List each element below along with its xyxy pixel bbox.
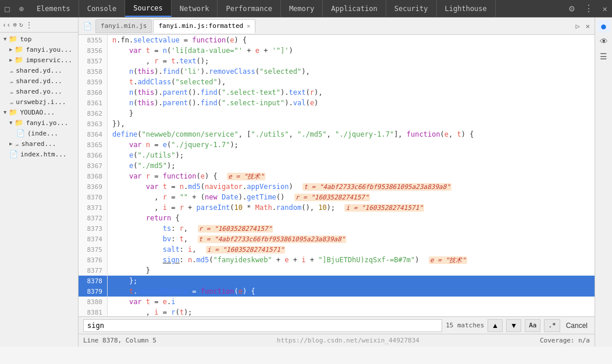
line-8363: 8363 }), — [79, 119, 595, 129]
sidebar-item-shared1[interactable]: ☁ shared.yd... — [0, 65, 78, 76]
chevron-left-icon[interactable]: ‹‹ — [2, 21, 10, 29]
settings-icon[interactable]: ⚙ — [564, 3, 579, 14]
file-tabs-bar: 📄 fanyi.min.js fanyi.min.js:formatted ✕ … — [79, 17, 595, 35]
more-icon[interactable]: ⋮ — [26, 21, 33, 29]
cursor-position: Line 8378, Column 5 — [83, 337, 156, 344]
watch-icon[interactable]: 👁 — [597, 35, 610, 48]
folder-arrow-shared: ▶ — [9, 141, 12, 147]
line-8362: 8362 } — [79, 108, 595, 119]
tab-performance[interactable]: Performance — [218, 0, 280, 17]
file-tab-fanyi-formatted[interactable]: fanyi.min.js:formatted ✕ — [153, 19, 255, 33]
line-8374: 8374 bv: t, t = "4abf2733c66fbf953861095… — [79, 234, 595, 244]
line-8357: 8357 , r = t.text(); — [79, 56, 595, 66]
folder-arrow-impservic: ▶ — [9, 57, 12, 63]
sidebar-label-top: top — [20, 35, 31, 43]
file-icon-urswebzj: ☁ — [9, 98, 13, 106]
sidebar-item-shared-folder[interactable]: ▶ ☁ shared... — [0, 138, 78, 149]
inspect-icon[interactable]: ⊕ — [14, 4, 28, 13]
line-8355: 8355 n.fn.selectvalue = function(e) { — [79, 35, 595, 45]
tab-network[interactable]: Network — [172, 0, 218, 17]
sidebar-item-fanyi[interactable]: ▶ 📁 fanyi.you... — [0, 44, 78, 55]
line-8366: 8366 e("./utils"); — [79, 150, 595, 160]
file-tree: ▼ 📁 top ▶ 📁 fanyi.you... ▶ 📁 impservic..… — [0, 33, 78, 160]
search-next-button[interactable]: ▼ — [506, 319, 521, 332]
sidebar-label-index: (inde... — [27, 130, 58, 137]
line-8380: 8380 var t = e.i — [79, 297, 595, 307]
coverage-status: Coverage: n/a — [540, 337, 590, 344]
sidebar-item-fanyi-yo[interactable]: ▼ 📁 fanyi.yo... — [0, 117, 78, 128]
close-tab-icon[interactable]: ✕ — [247, 23, 250, 29]
line-8376: 8376 sign: n.md5("fanyideskweb" + e + i … — [79, 255, 595, 265]
folder-arrow-top: ▼ — [3, 36, 6, 42]
main-layout: ‹‹ ⊕ ↻ ⋮ ▼ 📁 top ▶ 📁 fanyi.you... ▶ 📁 im… — [0, 17, 612, 347]
line-8373: 8373 ts: r, r = "1603528274157" — [79, 223, 595, 234]
sidebar-item-index[interactable]: 📄 (inde... — [0, 128, 78, 138]
line-8369: 8369 var t = n.md5(navigator.appVersion)… — [79, 181, 595, 192]
sidebar-label-youdao: YOUDAO... — [20, 109, 55, 116]
folder-icon-fanyi-yo: 📁 — [15, 119, 23, 127]
folder-icon-top: 📁 — [9, 35, 17, 43]
line-8381: 8381 , i = r(t); — [79, 307, 595, 316]
line-8361: 8361 n(this).parent().find(".select-inpu… — [79, 98, 595, 108]
sidebar-item-shared3[interactable]: ☁ shared.yo... — [0, 86, 78, 97]
line-8368: 8368 var r = function(e) { e = "技术" — [79, 171, 595, 181]
line-8356: 8356 var t = n('li[data-value="' + e + '… — [79, 45, 595, 56]
folder-icon-youdao: 📁 — [9, 108, 17, 116]
tab-memory[interactable]: Memory — [281, 0, 323, 17]
regex-toggle[interactable]: .* — [544, 319, 560, 332]
folder-arrow-youdao: ▼ — [3, 109, 6, 115]
sidebar-item-indexhtml[interactable]: 📄 index.htm... — [0, 149, 78, 159]
folder-icon-fanyi: 📁 — [15, 45, 23, 53]
sidebar-label-shared3: shared.yo... — [16, 88, 62, 95]
sidebar-item-urswebzj[interactable]: ☁ urswebzj.i... — [0, 97, 78, 107]
sidebar-label-shared-folder: shared... — [22, 140, 56, 148]
sources-panel-nav-icon[interactable]: ▷ — [574, 22, 582, 30]
tab-security[interactable]: Security — [386, 0, 437, 17]
file-icon-index: 📄 — [16, 129, 25, 137]
sidebar-label-shared1: shared.yd... — [16, 67, 62, 74]
sources-panel-close-icon[interactable]: ✕ — [583, 22, 592, 30]
search-prev-button[interactable]: ▲ — [488, 319, 503, 332]
tab-sources[interactable]: Sources — [125, 0, 172, 17]
sidebar-label-impservic: impservic... — [26, 56, 72, 64]
line-8371: 8371 , i = r + parseInt(10 * Math.random… — [79, 202, 595, 213]
file-icon-indexhtml: 📄 — [9, 150, 18, 158]
breakpoints-icon[interactable]: ● — [597, 20, 610, 33]
call-stack-icon[interactable]: ☰ — [597, 50, 610, 63]
new-tab-icon[interactable]: ⊕ — [13, 21, 17, 28]
search-match-count: 15 matches — [446, 322, 484, 329]
sidebar-item-top[interactable]: ▼ 📁 top — [0, 34, 78, 44]
sidebar-label-fanyi: fanyi.you... — [26, 46, 72, 53]
navigator-icon[interactable]: 📄 — [81, 22, 94, 30]
devtools-icon: □ — [0, 4, 14, 13]
sidebar-label-fanyi-yo: fanyi.yo... — [26, 119, 68, 127]
tab-application[interactable]: Application — [323, 0, 386, 17]
file-tab-fanyi-min[interactable]: fanyi.min.js — [95, 19, 152, 33]
file-icon-shared1: ☁ — [9, 66, 13, 74]
tab-console[interactable]: Console — [79, 0, 126, 17]
file-tab-label-fanyi-min: fanyi.min.js — [101, 22, 147, 30]
sidebar-item-shared2[interactable]: ☁ shared.yd... — [0, 76, 78, 86]
line-8378: 8378 }; — [79, 276, 595, 286]
code-editor[interactable]: 8355 n.fn.selectvalue = function(e) { 83… — [79, 35, 595, 316]
more-options-icon[interactable]: ⋮ — [579, 3, 598, 14]
close-devtools-icon[interactable]: ✕ — [598, 4, 612, 13]
code-lines: 8355 n.fn.selectvalue = function(e) { 83… — [79, 35, 595, 316]
search-input[interactable] — [83, 319, 442, 332]
line-8375: 8375 salt: i, i = "16035282741571" — [79, 244, 595, 255]
top-tab-bar: □ ⊕ Elements Console Sources Network Per… — [0, 0, 612, 17]
file-tree-sidebar: ‹‹ ⊕ ↻ ⋮ ▼ 📁 top ▶ 📁 fanyi.you... ▶ 📁 im… — [0, 17, 79, 347]
tab-elements[interactable]: Elements — [29, 0, 79, 17]
sync-icon[interactable]: ↻ — [19, 21, 23, 28]
line-8365: 8365 var n = e("./jquery-1.7"); — [79, 140, 595, 150]
line-8358: 8358 n(this).find('li').removeClass("sel… — [79, 66, 595, 77]
line-8372: 8372 return { — [79, 213, 595, 223]
sidebar-item-impservic[interactable]: ▶ 📁 impservic... — [0, 55, 78, 65]
search-cancel-button[interactable]: Cancel — [564, 322, 590, 330]
file-icon-shared2: ☁ — [9, 77, 13, 85]
line-8379: 8379 t.recordUpdate = function(e) { — [79, 286, 595, 297]
code-panel: 📄 fanyi.min.js fanyi.min.js:formatted ✕ … — [79, 17, 595, 347]
sidebar-item-youdao[interactable]: ▼ 📁 YOUDAO... — [0, 107, 78, 117]
case-sensitive-toggle[interactable]: Aa — [525, 319, 540, 332]
tab-lighthouse[interactable]: Lighthouse — [437, 0, 496, 17]
